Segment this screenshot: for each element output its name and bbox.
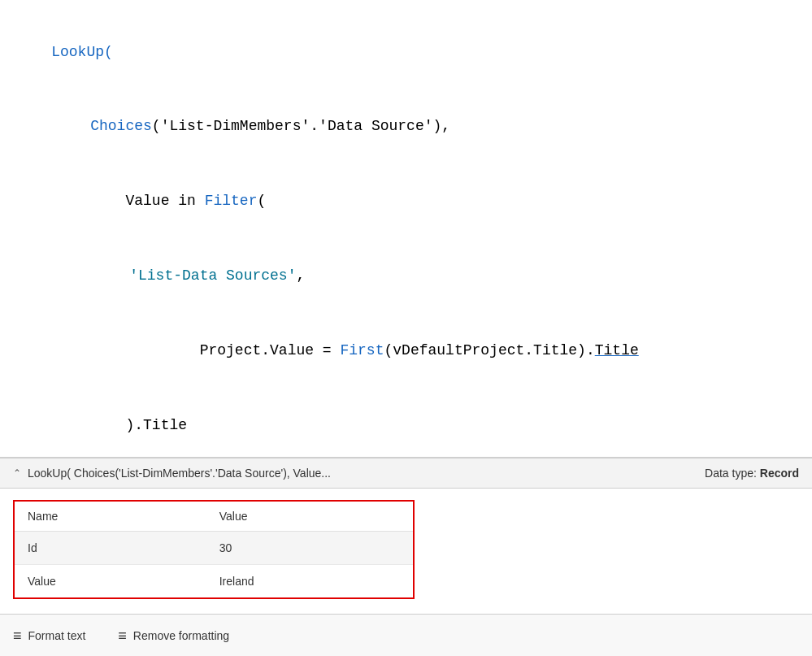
code-line-2: Choices('List-DimMembers'.'Data Source')…	[16, 89, 796, 164]
table-row: Id30	[15, 532, 413, 565]
title-end: Title	[595, 342, 639, 358]
table-cell-value: 30	[206, 532, 413, 565]
table-row: ValueIreland	[15, 565, 413, 598]
remove-formatting-label: Remove formatting	[133, 629, 229, 642]
data-type-value: Record	[760, 467, 799, 480]
collapse-bar-title: LookUp( Choices('List-DimMembers'.'Data …	[28, 467, 331, 480]
code-line-1: LookUp(	[16, 15, 796, 89]
data-type-prefix: Data type:	[705, 467, 760, 480]
comma-4: ,	[296, 267, 305, 284]
data-table: Name Value Id30ValueIreland	[15, 502, 413, 597]
data-table-wrapper: Name Value Id30ValueIreland	[13, 500, 415, 599]
code-line-4: 'List-Data Sources',	[16, 238, 796, 313]
code-line-6: ).Title	[16, 388, 796, 458]
code-editor[interactable]: LookUp( Choices('List-DimMembers'.'Data …	[0, 0, 812, 458]
collapse-bar-left: ⌃ LookUp( Choices('List-DimMembers'.'Dat…	[13, 467, 331, 480]
data-type-label: Data type: Record	[705, 467, 799, 480]
table-cell-name: Id	[15, 532, 206, 565]
value-in: Value in	[90, 193, 204, 209]
header-value: Value	[206, 502, 413, 532]
first-arg: (vDefaultProject.Title).	[384, 342, 594, 358]
bottom-toolbar: ≡ Format text ≡ Remove formatting	[0, 614, 812, 656]
collapse-bar[interactable]: ⌃ LookUp( Choices('List-DimMembers'.'Dat…	[0, 458, 812, 489]
project-value: Project.Value =	[129, 342, 340, 358]
first-keyword: First	[340, 342, 384, 358]
code-line-5: Project.Value = First(vDefaultProject.Ti…	[16, 313, 796, 388]
code-line-3: Value in Filter(	[16, 164, 796, 239]
format-text-button[interactable]: ≡ Format text	[10, 623, 89, 648]
remove-formatting-icon: ≡	[118, 628, 127, 643]
table-cell-name: Value	[15, 565, 206, 598]
closing-title: ).Title	[90, 417, 187, 433]
data-table-area: Name Value Id30ValueIreland	[0, 489, 812, 614]
table-header-row: Name Value	[15, 502, 413, 532]
lookup-keyword: LookUp(	[51, 44, 113, 60]
collapse-chevron-icon[interactable]: ⌃	[13, 467, 21, 479]
header-name: Name	[15, 502, 206, 532]
choices-args: ('List-DimMembers'.'Data Source'),	[152, 118, 450, 134]
choices-keyword: Choices	[90, 118, 152, 134]
filter-paren: (	[257, 193, 266, 209]
list-data-sources: 'List-Data Sources'	[129, 267, 296, 284]
table-cell-value: Ireland	[206, 565, 413, 598]
format-text-icon: ≡	[13, 628, 22, 643]
filter-keyword: Filter	[205, 193, 258, 209]
format-text-label: Format text	[28, 629, 86, 642]
remove-formatting-button[interactable]: ≡ Remove formatting	[115, 623, 232, 648]
